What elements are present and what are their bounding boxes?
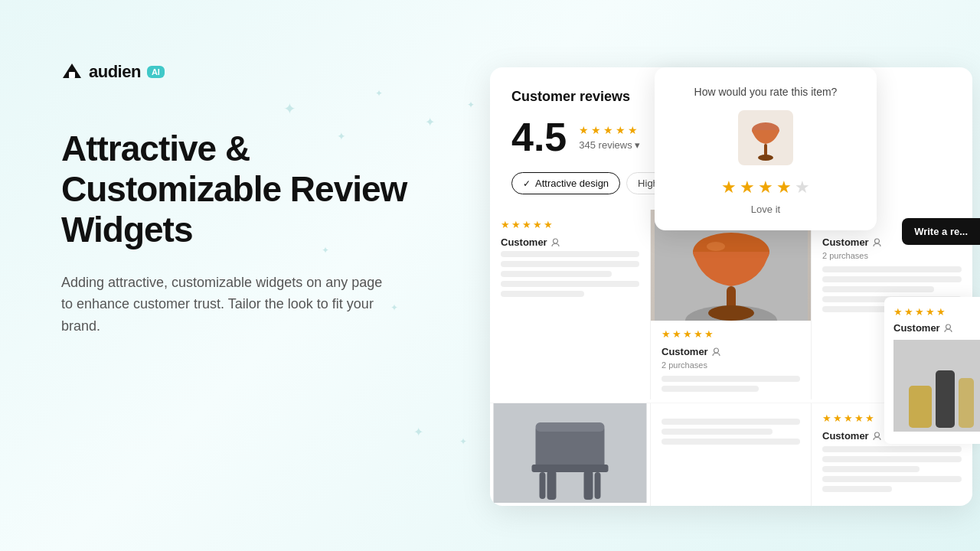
rate-popup: How would you rate this item? ★ ★ ★ ★ ★ … bbox=[655, 67, 877, 230]
svg-rect-16 bbox=[540, 472, 546, 499]
widget-star-5: ★ bbox=[628, 124, 638, 136]
review-item-2: ★ ★ ★ ★ ★ Customer 2 purchases bbox=[651, 210, 812, 399]
logo-text: audien bbox=[89, 62, 141, 82]
svg-rect-26 bbox=[959, 378, 974, 428]
widget-star-1: ★ bbox=[579, 124, 589, 136]
logo-badge: AI bbox=[147, 66, 165, 78]
overflow-user-icon bbox=[943, 323, 953, 333]
svg-rect-20 bbox=[584, 471, 593, 500]
verified-user-icon-2 bbox=[711, 347, 721, 357]
chair-photo bbox=[490, 403, 650, 503]
product-image-popup bbox=[738, 110, 793, 165]
svg-point-9 bbox=[708, 305, 754, 321]
svg-rect-14 bbox=[536, 426, 605, 468]
review-2-stars: ★ ★ ★ ★ ★ bbox=[662, 328, 800, 340]
review-5-text bbox=[662, 419, 800, 445]
review-1-name: Customer bbox=[501, 236, 639, 248]
rating-stars-popup[interactable]: ★ ★ ★ ★ ★ bbox=[670, 178, 861, 197]
right-overflow-panel: ★ ★ ★ ★ ★ Customer bbox=[884, 297, 980, 444]
widget-star-3: ★ bbox=[603, 124, 613, 136]
filter-attractive[interactable]: Attractive design bbox=[511, 172, 620, 194]
logo: audien AI bbox=[61, 61, 444, 83]
review-2-sub: 2 purchases bbox=[662, 360, 800, 370]
review-4-image bbox=[490, 403, 650, 506]
svg-point-4 bbox=[553, 239, 557, 243]
write-review-button[interactable]: Write a re... bbox=[902, 218, 980, 245]
svg-point-12 bbox=[874, 239, 879, 243]
review-item-4 bbox=[490, 403, 651, 506]
widget-star-4: ★ bbox=[616, 124, 626, 136]
svg-point-10 bbox=[707, 242, 725, 251]
logo-icon bbox=[61, 61, 83, 83]
svg-rect-18 bbox=[536, 422, 605, 432]
verified-user-icon-3 bbox=[872, 237, 882, 247]
verified-user-icon bbox=[550, 237, 560, 247]
svg-rect-17 bbox=[595, 472, 601, 499]
star-5[interactable]: ★ bbox=[795, 178, 810, 197]
review-count[interactable]: 345 reviews ▾ bbox=[579, 139, 640, 151]
svg-rect-25 bbox=[936, 370, 955, 428]
overflow-reviewer-name: Customer bbox=[893, 322, 971, 334]
overflow-stars: ★ ★ ★ ★ ★ bbox=[893, 306, 971, 318]
svg-point-22 bbox=[946, 324, 950, 329]
svg-point-11 bbox=[714, 348, 718, 353]
hero-description: Adding attractive, customizable widgets … bbox=[61, 272, 383, 337]
svg-rect-0 bbox=[69, 72, 75, 78]
review-2-text bbox=[662, 376, 800, 392]
star-2[interactable]: ★ bbox=[740, 178, 755, 197]
svg-rect-15 bbox=[532, 465, 609, 472]
review-1-text bbox=[501, 251, 639, 297]
hero-title: Attractive & Customizable Review Widgets bbox=[61, 129, 444, 250]
overflow-product-img bbox=[893, 340, 980, 432]
star-1[interactable]: ★ bbox=[721, 178, 737, 197]
rate-popup-label: Love it bbox=[670, 204, 861, 215]
star-3[interactable]: ★ bbox=[758, 178, 773, 197]
review-item-5 bbox=[651, 403, 812, 506]
verified-user-icon-6 bbox=[872, 431, 882, 441]
review-6-text bbox=[822, 446, 962, 492]
widget-star-2: ★ bbox=[591, 124, 601, 136]
widget-stars: ★ ★ ★ ★ ★ bbox=[579, 124, 640, 136]
svg-rect-24 bbox=[909, 386, 932, 428]
overflow-image bbox=[893, 340, 971, 435]
rate-popup-title: How would you rate this item? bbox=[670, 86, 861, 98]
review-1-stars: ★ ★ ★ ★ ★ bbox=[501, 219, 639, 230]
review-2-name: Customer bbox=[662, 346, 800, 357]
hero-section: audien AI Attractive & Customizable Revi… bbox=[61, 61, 444, 337]
rating-big-number: 4.5 bbox=[511, 117, 567, 157]
lamp-illustration bbox=[746, 113, 785, 163]
star-4[interactable]: ★ bbox=[776, 178, 792, 197]
rating-detail: ★ ★ ★ ★ ★ 345 reviews ▾ bbox=[579, 124, 640, 151]
svg-point-3 bbox=[758, 155, 773, 161]
review-2-content: ★ ★ ★ ★ ★ Customer 2 purchases bbox=[651, 321, 811, 399]
review-3-sub: 2 purchases bbox=[822, 251, 962, 260]
svg-rect-19 bbox=[547, 471, 557, 500]
review-item-1: ★ ★ ★ ★ ★ Customer bbox=[490, 210, 651, 399]
svg-point-21 bbox=[874, 432, 879, 437]
